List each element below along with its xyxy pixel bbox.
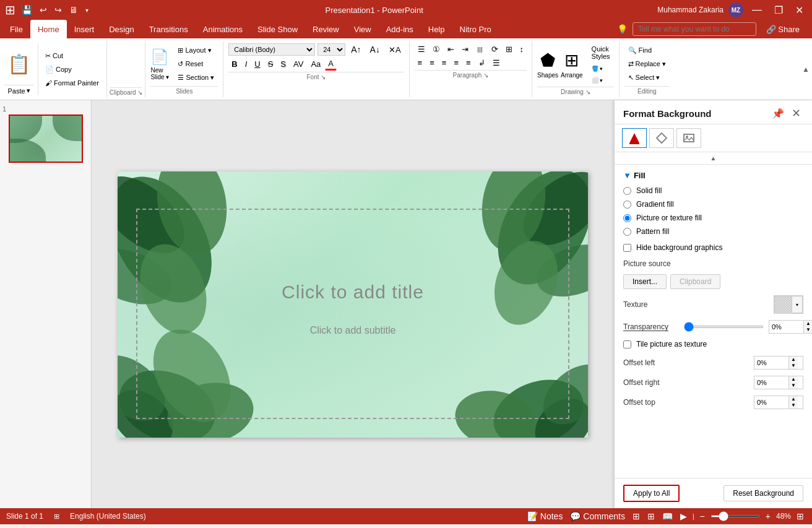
scroll-up-indicator[interactable]: ▲ xyxy=(615,152,812,165)
menu-addins[interactable]: Add-ins xyxy=(379,20,421,38)
hide-background-option[interactable]: Hide background graphics xyxy=(623,243,803,252)
text-columns-btn[interactable]: ≡ xyxy=(463,57,474,69)
save-btn[interactable]: 💾 xyxy=(19,4,35,16)
menu-slideshow[interactable]: Slide Show xyxy=(250,20,305,38)
text-dir-btn[interactable]: ↲ xyxy=(475,57,488,69)
paste-dropdown[interactable]: Paste ▾ xyxy=(4,85,34,95)
align-right-btn[interactable]: ≡ xyxy=(439,57,450,69)
normal-view-btn[interactable]: ⊞ xyxy=(631,511,642,522)
shape-outline-btn[interactable]: ⬜ ▾ xyxy=(588,76,614,85)
tab-fill[interactable] xyxy=(622,128,647,148)
center-btn[interactable]: ≡ xyxy=(426,57,438,69)
transparency-slider[interactable] xyxy=(684,326,764,328)
restore-btn[interactable]: ❐ xyxy=(771,3,787,17)
menu-help[interactable]: Help xyxy=(421,20,452,38)
align-objects-btn[interactable]: ⊞ xyxy=(503,43,516,55)
transparency-down-btn[interactable]: ▼ xyxy=(803,327,812,333)
present-btn[interactable]: 🖥 xyxy=(67,4,80,16)
font-color-btn[interactable]: A xyxy=(325,58,337,71)
tab-picture[interactable] xyxy=(676,128,701,148)
close-btn[interactable]: ✕ xyxy=(792,3,807,17)
texture-control[interactable]: ▾ xyxy=(774,295,803,314)
offset-right-input[interactable] xyxy=(754,378,788,387)
redo-btn[interactable]: ↪ xyxy=(52,4,64,16)
quick-styles-btn[interactable]: QuickStyles xyxy=(588,43,614,62)
offset-top-down[interactable]: ▼ xyxy=(788,402,798,409)
picture-fill-option[interactable]: Picture or texture fill xyxy=(623,214,803,222)
menu-home[interactable]: Home xyxy=(30,20,67,38)
offset-left-up[interactable]: ▲ xyxy=(788,357,798,363)
solid-fill-radio[interactable] xyxy=(623,187,631,195)
replace-btn[interactable]: ⇄ Replace ▾ xyxy=(624,58,670,70)
line-spacing-btn[interactable]: ↕ xyxy=(517,43,527,55)
zoom-out-btn[interactable]: − xyxy=(698,511,707,522)
accessibility-btn[interactable]: ⊞ xyxy=(52,512,61,521)
zoom-slider[interactable] xyxy=(710,515,760,517)
pattern-fill-radio[interactable] xyxy=(623,228,631,236)
insert-btn[interactable]: Insert... xyxy=(623,274,667,289)
menu-design[interactable]: Design xyxy=(102,20,141,38)
change-case-btn[interactable]: Aa xyxy=(308,58,324,71)
panel-pin-btn[interactable]: 📌 xyxy=(769,108,787,119)
minimize-btn[interactable]: — xyxy=(748,3,766,17)
zoom-in-btn[interactable]: + xyxy=(764,511,772,522)
menu-nitro[interactable]: Nitro Pro xyxy=(452,20,499,38)
underline-btn[interactable]: U xyxy=(251,58,263,71)
gradient-fill-option[interactable]: Gradient fill xyxy=(623,200,803,209)
copy-btn[interactable]: 📄 Copy xyxy=(41,64,103,76)
solid-fill-option[interactable]: Solid fill xyxy=(623,186,803,195)
ribbon-collapse-btn[interactable]: ▲ xyxy=(802,65,810,74)
strikethrough-btn[interactable]: S xyxy=(265,58,277,71)
font-family-select[interactable]: Calibri (Body) Arial Times New Roman xyxy=(228,43,315,56)
hide-background-checkbox[interactable] xyxy=(623,244,631,252)
justify-btn[interactable]: ≡ xyxy=(451,57,462,69)
menu-animations[interactable]: Animations xyxy=(196,20,250,38)
decrease-indent-btn[interactable]: ⇤ xyxy=(444,43,457,55)
comments-btn[interactable]: 💬 Comments xyxy=(568,511,627,522)
tell-me-input[interactable] xyxy=(633,22,756,36)
tile-picture-checkbox[interactable] xyxy=(623,340,631,348)
reset-background-btn[interactable]: Reset Background xyxy=(723,485,803,501)
transparency-input[interactable] xyxy=(769,322,803,332)
offset-right-up[interactable]: ▲ xyxy=(788,376,798,383)
select-btn[interactable]: ↖ Select ▾ xyxy=(624,72,670,84)
offset-top-input[interactable] xyxy=(754,397,788,407)
bold-btn[interactable]: B xyxy=(228,58,240,71)
shadow-btn[interactable]: S xyxy=(277,58,289,71)
paste-btn[interactable]: 📋 xyxy=(4,43,34,85)
texture-dropdown-btn[interactable]: ▾ xyxy=(792,296,803,313)
shapes-btn[interactable]: ⬟ Shapes xyxy=(537,50,558,79)
char-spacing-btn[interactable]: AV xyxy=(290,58,306,71)
slide-subtitle-text[interactable]: Click to add subtitle xyxy=(159,318,546,342)
font-size-select[interactable]: 24 12 14 18 28 36 xyxy=(317,43,345,56)
menu-transitions[interactable]: Transitions xyxy=(142,20,196,38)
share-btn[interactable]: 🔗 Share xyxy=(761,24,805,35)
slide-title-text[interactable]: Click to add title xyxy=(159,271,546,312)
menu-insert[interactable]: Insert xyxy=(67,20,102,38)
format-painter-btn[interactable]: 🖌 Format Painter xyxy=(41,77,103,89)
tile-picture-option[interactable]: Tile picture as texture xyxy=(623,340,803,348)
slideshow-btn[interactable]: ▶ xyxy=(678,511,689,522)
notes-btn[interactable]: 📝 Notes xyxy=(525,511,564,522)
fit-slide-btn[interactable]: ⊞ xyxy=(795,511,806,522)
undo-btn[interactable]: ↩ xyxy=(37,4,50,16)
text-direction-btn[interactable]: ⟳ xyxy=(488,43,501,55)
shrink-font-btn[interactable]: A↓ xyxy=(367,43,383,56)
offset-left-input[interactable] xyxy=(754,358,788,368)
menu-review[interactable]: Review xyxy=(305,20,347,38)
bullets-btn[interactable]: ☰ xyxy=(415,43,428,55)
slide-thumbnail-1[interactable] xyxy=(9,115,83,163)
smart-art-btn[interactable]: ☰ xyxy=(490,57,503,69)
transparency-up-btn[interactable]: ▲ xyxy=(803,321,812,327)
numbering-btn[interactable]: ① xyxy=(430,43,443,55)
shape-fill-btn[interactable]: 🪣 ▾ xyxy=(588,64,614,74)
clear-format-btn[interactable]: ✕A xyxy=(386,43,404,56)
slide-main[interactable]: Click to add title Click to add subtitle xyxy=(118,171,588,438)
slide-content-area[interactable]: Click to add title Click to add subtitle xyxy=(136,209,569,419)
align-left-btn[interactable]: ≡ xyxy=(415,57,426,69)
grow-font-btn[interactable]: A↑ xyxy=(348,43,364,56)
layout-btn[interactable]: ⊞ Layout ▾ xyxy=(174,45,218,56)
menu-file[interactable]: File xyxy=(2,20,30,38)
offset-left-down[interactable]: ▼ xyxy=(788,363,798,369)
customize-btn[interactable]: ▾ xyxy=(83,6,91,15)
